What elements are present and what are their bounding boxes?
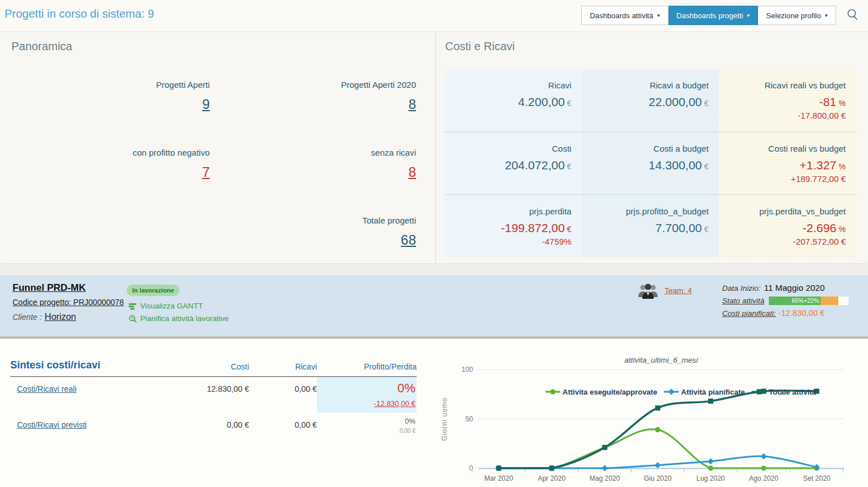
stat-value-link[interactable]: 68 (401, 232, 416, 248)
gantt-icon (129, 303, 137, 310)
nav-button-dashboards-attivit-[interactable]: Dashboards attività▾ (581, 6, 669, 25)
project-code: Codice progetto: PRJ00000078 (13, 298, 124, 307)
data-point-diamond (602, 465, 608, 472)
overview-section: Panoramica Progetti Aperti9Progetti Aper… (0, 32, 868, 264)
table-row-label-link[interactable]: Costi/Ricavi previsti (10, 413, 171, 429)
stat-value-link[interactable]: 7 (202, 164, 210, 180)
kpi-label: Ricavi (455, 80, 572, 90)
chevron-down-icon: ▾ (657, 13, 660, 18)
start-date-row: Data Inizio:11 Maggio 2020 (722, 283, 849, 295)
kpi-unit: % (839, 162, 846, 171)
progress-green-segment: 65%+22% (769, 297, 821, 305)
column-header-ricavi: Ricavi (249, 362, 317, 371)
kpi-label: prjs.perdita (455, 206, 572, 216)
stat-progetti-aperti: Progetti Aperti9 (11, 80, 210, 112)
x-tick-label: Mag 2020 (589, 474, 620, 482)
stat-value-link[interactable]: 8 (409, 164, 416, 180)
kpi-unit: € (704, 99, 709, 108)
top-header: Progetti in corso di sistema: 9 Dashboar… (0, 0, 868, 32)
kpi-label: Costi a budget (592, 144, 709, 153)
legend-label: Attivita eseguite/approvate (563, 388, 657, 396)
x-tick-label: Apr 2020 (538, 474, 566, 482)
stat-value-link[interactable]: 9 (202, 96, 210, 112)
planned-costs-label: Costi pianificati: (722, 309, 776, 318)
column-header-costi: Costi (171, 362, 249, 371)
x-tick-label: Mar 2020 (484, 474, 514, 482)
view-gantt-link[interactable]: Visualizza GANTT (129, 302, 203, 310)
data-point-circle (551, 389, 556, 395)
team-link[interactable]: Team: 4 (665, 286, 692, 295)
sintesi-rows: Costi/Ricavi reali12.830,00 €0,00 €0%-12… (10, 377, 417, 439)
kpi-value: 14.300,00 (649, 159, 702, 172)
profit-value-link[interactable]: -12.830,00 € (318, 399, 415, 408)
kpi-unit: € (567, 162, 572, 171)
x-tick-label: Ago 2020 (749, 474, 779, 482)
progress-orange-segment (821, 297, 838, 305)
kpi-cell-prjs-profitto-a-budget: prjs.profitto_a_budget7.700,00€ (582, 194, 719, 257)
kpi-cell-prjs-perdita: prjs.perdita-199.872,00€-4759% (445, 194, 582, 257)
panoramica-panel: Panoramica Progetti Aperti9Progetti Aper… (0, 32, 436, 263)
clock-icon (129, 315, 137, 323)
legend-label: Totale attività (769, 388, 817, 396)
planned-costs-row: Costi pianificati:-12.830,00 € (722, 308, 849, 320)
nav-button-selezione-profilo[interactable]: Selezione profilo▾ (758, 6, 836, 25)
stat-label: Progetti Aperti 2020 (218, 80, 416, 90)
kpi-cell-ricavi-a-budget: Ricavi a budget22.000,00€ (582, 69, 719, 132)
nav-button-label: Dashboards progetti (677, 11, 743, 20)
plan-activities-label: Pianifica attività lavorative (140, 314, 229, 323)
profit-percent: 0% (318, 417, 415, 425)
stat-value-link[interactable]: 8 (409, 96, 416, 112)
stat-totale-progetti: Totale progetti68 (218, 216, 416, 248)
cell-costi: 12.830,00 € (171, 377, 249, 393)
kpi-subvalue: -207.572,00 € (729, 237, 846, 246)
page-title: Progetti in corso di sistema: 9 (5, 7, 154, 21)
view-gantt-label: Visualizza GANTT (140, 302, 203, 310)
progress-label: 65%+22% (792, 297, 821, 304)
start-date-value: 11 Maggio 2020 (764, 283, 825, 293)
kpi-unit: € (704, 162, 709, 171)
kpi-cell-ricavi-reali-vs-budget: Ricavi reali vs budget-81%-17.800,00 € (719, 69, 856, 132)
kpi-cell-prjs-perdita-vs-budget: prjs.perdita_vs_budget-2.696%-207.572,00… (719, 194, 856, 257)
data-point-square (708, 399, 714, 404)
stat-senza-ricavi: senza ricavi8 (218, 148, 416, 180)
chart-title: attivita_ultimi_6_mesi (624, 356, 698, 364)
kpi-value: 204.072,00 (505, 159, 565, 172)
costi-ricavi-title: Costi e Ricavi (445, 40, 515, 53)
kpi-cell-costi: Costi204.072,00€ (445, 132, 582, 194)
stat-label: senza ricavi (218, 148, 416, 157)
cell-ricavi: 0,00 € (249, 377, 317, 393)
kpi-label: Costi reali vs budget (729, 144, 846, 153)
table-row-label-link[interactable]: Costi/Ricavi reali (10, 377, 171, 393)
kpi-unit: % (839, 225, 846, 234)
stat-progetti-aperti-2020: Progetti Aperti 20208 (218, 80, 416, 112)
chart-ylabel: Giorni uomo (441, 397, 449, 441)
status-badge: In lavorazione (127, 285, 180, 296)
activity-chart: 050100Mar 2020Apr 2020Mag 2020Giu 2020Lu… (433, 348, 868, 487)
y-tick-label: 50 (466, 415, 474, 423)
project-meta: Data Inizio:11 Maggio 2020 Stato attivit… (722, 283, 849, 320)
plan-activities-link[interactable]: Pianifica attività lavorative (129, 314, 229, 323)
kpi-value: 4.200,00 (518, 95, 565, 108)
team-icon (637, 282, 659, 303)
chevron-down-icon: ▾ (747, 13, 750, 18)
kpi-value: -199.872,00 (501, 221, 565, 234)
kpi-value: 7.700,00 (655, 221, 702, 234)
project-name-link[interactable]: Funnel PRD-MK (13, 282, 85, 294)
search-button[interactable] (845, 7, 860, 25)
planned-costs-value: -12.830,00 € (779, 309, 825, 318)
kpi-value: +1.327 (800, 159, 837, 172)
data-point-circle (761, 466, 767, 471)
kpi-cell-costi-reali-vs-budget: Costi reali vs budget+1.327%+189.772,00 … (719, 132, 856, 194)
client-name-link[interactable]: Horizon (44, 312, 76, 322)
chevron-down-icon: ▾ (825, 13, 828, 18)
x-tick-label: Lug 2020 (696, 474, 725, 482)
activity-status-row: Stato attività65%+22% (722, 295, 849, 307)
nav-button-dashboards-progetti[interactable]: Dashboards progetti▾ (669, 6, 759, 25)
kpi-label: prjs.perdita_vs_budget (729, 206, 846, 216)
kpi-unit: € (567, 99, 572, 108)
legend-label: Attività pianificate (681, 388, 745, 396)
cell-profitto-perdita: 0%0,00 € (317, 413, 417, 439)
activity-status-label: Stato attività (722, 297, 764, 305)
project-client: Cliente :Horizon (13, 312, 76, 322)
dashboard-button-group: Dashboards attività▾Dashboards progetti▾… (581, 6, 836, 25)
